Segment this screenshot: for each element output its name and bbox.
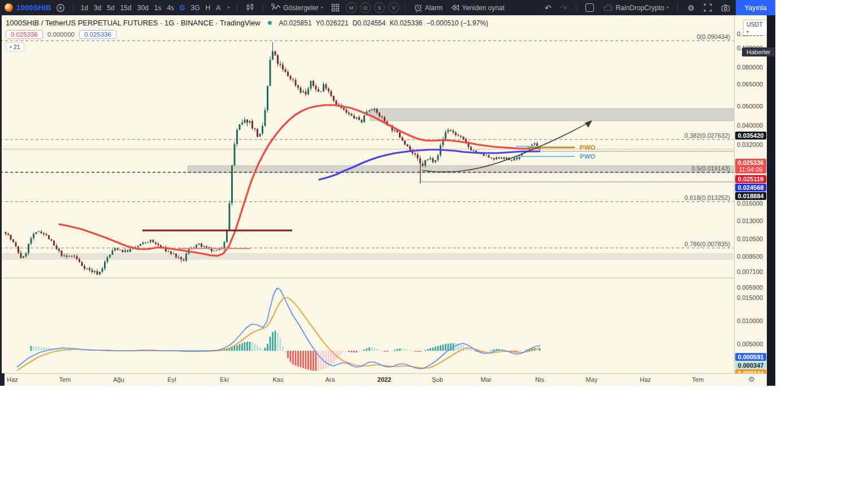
publish-button[interactable]: Yayınla xyxy=(736,0,775,15)
ohlc-high: Y0.026221 xyxy=(316,19,349,27)
currency-selector[interactable]: USDT ▾ xyxy=(743,20,767,36)
compare-add-button[interactable] xyxy=(53,0,68,15)
settings-gear-icon[interactable]: ⚙ xyxy=(684,0,698,15)
chart-legend: 1000SHIB / TetherUS PERPETUAL FUTURES · … xyxy=(6,19,488,51)
news-tooltip: Haberler xyxy=(742,47,775,56)
replay-button[interactable]: Yeniden oynat xyxy=(447,0,508,15)
toolbar-separator xyxy=(73,3,73,12)
connection-status-dot xyxy=(268,21,272,25)
layout-option-v[interactable]: V xyxy=(388,2,399,13)
toolbar-separator xyxy=(678,3,678,12)
timeframe-A[interactable]: A xyxy=(213,0,223,15)
fib-retracement[interactable]: 0(0.090434)0.382(0.027632)0.5(0.019143)0… xyxy=(0,33,734,248)
timeframe-dropdown-chevron-icon[interactable]: ▾ xyxy=(224,0,232,15)
bar-count-toggle[interactable]: ▾21 xyxy=(6,42,24,51)
pwo-label: PWO xyxy=(580,144,596,151)
account-menu[interactable]: RainDropCrypto ▾ xyxy=(600,0,672,15)
change-value: −0.000510 (−1.97%) xyxy=(426,19,488,27)
price-label: 0.02533611:04:09 xyxy=(735,159,766,173)
svg-text:0.618(0.013252): 0.618(0.013252) xyxy=(684,194,730,201)
timeframe-3d[interactable]: 3d xyxy=(91,0,104,15)
layout-option-s[interactable]: S xyxy=(374,2,385,13)
buy-price-button[interactable]: 0.025336 xyxy=(79,30,116,39)
time-label: Şub xyxy=(432,376,443,383)
price-label: 0.000347 xyxy=(735,361,766,369)
timeframe-G[interactable]: G xyxy=(177,0,188,15)
toolbar-separator xyxy=(237,3,237,12)
candlestick-series xyxy=(5,42,541,276)
fullscreen-icon xyxy=(704,3,712,12)
red-ma-line[interactable] xyxy=(59,105,540,256)
top-toolbar: 1000SHIB 1d3d5d15d30d1s4sG3GHA ▾ Gösterg… xyxy=(0,0,775,15)
svg-text:0.786(0.007835): 0.786(0.007835) xyxy=(684,241,730,247)
price-scale[interactable]: USDT ▾ 0.1200000.1000000.0800000.0650000… xyxy=(734,15,767,373)
price-tick: 0.005000 xyxy=(737,341,766,347)
time-label: May xyxy=(586,376,598,383)
tradingview-logo-icon[interactable] xyxy=(5,3,13,12)
fullscreen-button[interactable] xyxy=(700,0,715,15)
timeframe-15d[interactable]: 15d xyxy=(118,0,134,15)
trend-arc-arrowhead xyxy=(585,120,592,128)
screenshot-button[interactable] xyxy=(718,0,734,15)
svg-text:0.382(0.027632): 0.382(0.027632) xyxy=(684,132,730,139)
indicators-button[interactable]: Göstergeler ▾ xyxy=(268,0,327,15)
legend-title[interactable]: 1000SHIB / TetherUS PERPETUAL FUTURES · … xyxy=(6,19,261,27)
alarm-clock-icon xyxy=(414,3,423,12)
symbol-button[interactable]: 1000SHIB xyxy=(16,3,51,12)
timeframe-30d[interactable]: 30d xyxy=(134,0,151,15)
templates-grid-button[interactable] xyxy=(328,0,343,15)
indicators-icon xyxy=(271,3,281,12)
price-tick: 0.016000 xyxy=(737,200,766,207)
price-tick: 0.010000 xyxy=(737,317,766,324)
redo-button[interactable]: ↷ xyxy=(557,0,571,15)
price-tick: 0.050000 xyxy=(737,103,766,110)
time-label: Mar xyxy=(481,376,492,383)
rewind-icon xyxy=(450,4,459,11)
timeframe-5d[interactable]: 5d xyxy=(104,0,117,15)
time-axis[interactable]: ⚙ HazTemAğuEylEkiKasAra2022ŞubMarNisMayH… xyxy=(0,373,767,386)
time-label: Tem xyxy=(692,376,704,383)
time-label: Tem xyxy=(59,376,71,383)
sell-price-button[interactable]: 0.025336 xyxy=(6,30,43,39)
layout-square-icon xyxy=(585,3,594,12)
macd-fast-line[interactable] xyxy=(17,288,540,369)
toolbar-separator xyxy=(405,3,406,12)
timeframe-3G[interactable]: 3G xyxy=(188,0,202,15)
bottom-left-corner xyxy=(0,373,5,386)
layout-option-m[interactable]: M xyxy=(346,2,357,13)
quick-layout-list: MOSV xyxy=(344,2,401,13)
supply-demand-zones xyxy=(0,108,734,260)
toolbar-separator xyxy=(263,3,263,12)
ohlc-close: K0.025336 xyxy=(389,19,422,27)
timeframe-1d[interactable]: 1d xyxy=(78,0,91,15)
blue-ma-line[interactable] xyxy=(319,150,540,180)
time-label: Ara xyxy=(325,376,335,383)
macd-signal-line[interactable] xyxy=(17,298,540,371)
left-edge-strip xyxy=(0,15,2,373)
price-label: 0.035420 xyxy=(735,132,766,140)
chevron-down-icon: ▾ xyxy=(321,5,323,10)
chevron-down-icon: ▾ xyxy=(10,45,12,50)
svg-text:0(0.090434): 0(0.090434) xyxy=(697,33,730,40)
time-label: Eki xyxy=(220,376,228,383)
price-tick: 0.008500 xyxy=(737,253,766,260)
chevron-down-icon: ▾ xyxy=(747,29,749,34)
timeframe-4s[interactable]: 4s xyxy=(164,0,177,15)
chart-canvas[interactable]: 0(0.090434)0.382(0.027632)0.5(0.019143)0… xyxy=(0,15,767,386)
price-label: 0.000591 xyxy=(735,353,766,361)
price-tick: 0.010500 xyxy=(737,236,766,242)
chart-style-button[interactable] xyxy=(242,0,258,15)
right-edge-panel xyxy=(767,0,775,386)
layout-option-o[interactable]: O xyxy=(360,2,371,13)
axis-settings-gear-icon[interactable]: ⚙ xyxy=(748,375,755,384)
plus-circle-icon xyxy=(56,3,65,12)
ohlc-low: D0.024554 xyxy=(353,19,386,27)
time-label: Kas xyxy=(273,376,284,383)
price-tick: 0.032000 xyxy=(737,141,766,148)
timeframe-1s[interactable]: 1s xyxy=(151,0,164,15)
undo-button[interactable]: ↶ xyxy=(541,0,555,15)
time-label: Eyl xyxy=(167,376,176,383)
timeframe-H[interactable]: H xyxy=(202,0,213,15)
layout-select-button[interactable] xyxy=(582,0,597,15)
alarm-button[interactable]: Alarm xyxy=(410,0,446,15)
